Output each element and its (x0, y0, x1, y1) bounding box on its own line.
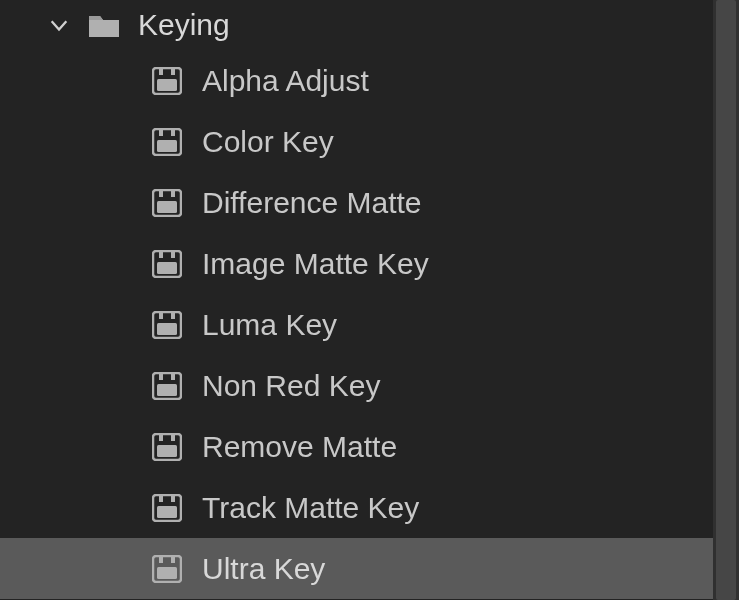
effect-item-luma-key[interactable]: Luma Key (0, 294, 739, 355)
svg-rect-9 (159, 190, 163, 197)
effect-item-color-key[interactable]: Color Key (0, 111, 739, 172)
effect-label: Remove Matte (202, 430, 397, 464)
effect-label: Color Key (202, 125, 334, 159)
effect-label: Difference Matte (202, 186, 422, 220)
svg-rect-13 (159, 251, 163, 258)
video-effect-icon (152, 250, 182, 278)
svg-rect-3 (157, 79, 177, 91)
svg-rect-14 (171, 251, 175, 258)
video-effect-icon (152, 311, 182, 339)
svg-rect-11 (157, 201, 177, 213)
svg-rect-19 (157, 323, 177, 335)
svg-rect-31 (157, 506, 177, 518)
svg-rect-7 (157, 140, 177, 152)
folder-header-keying[interactable]: Keying (0, 0, 739, 50)
video-effect-icon (152, 67, 182, 95)
svg-rect-25 (159, 434, 163, 441)
svg-rect-27 (157, 445, 177, 457)
effect-label: Alpha Adjust (202, 64, 369, 98)
effect-label: Image Matte Key (202, 247, 429, 281)
video-effect-icon (152, 372, 182, 400)
effect-label: Luma Key (202, 308, 337, 342)
effect-item-alpha-adjust[interactable]: Alpha Adjust (0, 50, 739, 111)
effect-item-track-matte-key[interactable]: Track Matte Key (0, 477, 739, 538)
svg-rect-15 (157, 262, 177, 274)
svg-rect-23 (157, 384, 177, 396)
svg-rect-2 (171, 68, 175, 75)
svg-rect-21 (159, 373, 163, 380)
chevron-down-icon (48, 14, 70, 36)
svg-rect-17 (159, 312, 163, 319)
svg-rect-18 (171, 312, 175, 319)
folder-label: Keying (138, 8, 230, 42)
svg-rect-5 (159, 129, 163, 136)
video-effect-icon (152, 494, 182, 522)
effect-list: Alpha Adjust Color Key Difference Matte … (0, 50, 739, 599)
video-effect-icon (152, 555, 182, 583)
svg-rect-35 (157, 567, 177, 579)
effect-item-difference-matte[interactable]: Difference Matte (0, 172, 739, 233)
scrollbar-thumb[interactable] (716, 0, 736, 600)
folder-icon (88, 12, 120, 38)
svg-rect-6 (171, 129, 175, 136)
svg-rect-33 (159, 556, 163, 563)
svg-rect-10 (171, 190, 175, 197)
effects-panel: Keying Alpha Adjust Color Key Difference… (0, 0, 739, 600)
svg-rect-22 (171, 373, 175, 380)
video-effect-icon (152, 433, 182, 461)
svg-rect-34 (171, 556, 175, 563)
effect-label: Track Matte Key (202, 491, 419, 525)
svg-rect-26 (171, 434, 175, 441)
video-effect-icon (152, 189, 182, 217)
effect-item-remove-matte[interactable]: Remove Matte (0, 416, 739, 477)
effect-label: Ultra Key (202, 552, 325, 586)
video-effect-icon (152, 128, 182, 156)
scrollbar-track[interactable] (713, 0, 739, 600)
effect-item-non-red-key[interactable]: Non Red Key (0, 355, 739, 416)
svg-rect-29 (159, 495, 163, 502)
svg-rect-1 (159, 68, 163, 75)
effect-item-image-matte-key[interactable]: Image Matte Key (0, 233, 739, 294)
effect-label: Non Red Key (202, 369, 380, 403)
svg-rect-30 (171, 495, 175, 502)
effect-item-ultra-key[interactable]: Ultra Key (0, 538, 739, 599)
